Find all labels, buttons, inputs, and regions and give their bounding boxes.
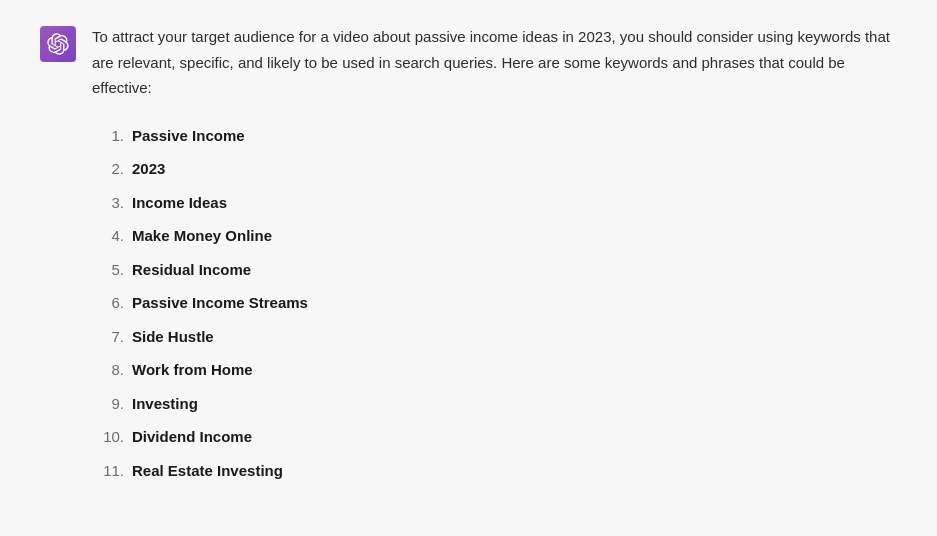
list-item: 11.Real Estate Investing — [92, 454, 897, 488]
list-item-text: 2023 — [132, 156, 165, 182]
list-item-text: Real Estate Investing — [132, 458, 283, 484]
list-item: 2.2023 — [92, 152, 897, 186]
message-block: To attract your target audience for a vi… — [0, 0, 937, 511]
list-number: 4. — [92, 223, 124, 249]
list-number: 10. — [92, 424, 124, 450]
list-number: 3. — [92, 190, 124, 216]
list-number: 5. — [92, 257, 124, 283]
keyword-list: 1.Passive Income2.20233.Income Ideas4.Ma… — [92, 119, 897, 488]
list-item-text: Residual Income — [132, 257, 251, 283]
list-item: 10.Dividend Income — [92, 420, 897, 454]
list-item-text: Income Ideas — [132, 190, 227, 216]
list-item-text: Passive Income — [132, 123, 245, 149]
list-item-text: Investing — [132, 391, 198, 417]
list-item-text: Side Hustle — [132, 324, 214, 350]
list-item: 7.Side Hustle — [92, 320, 897, 354]
list-item-text: Passive Income Streams — [132, 290, 308, 316]
list-number: 6. — [92, 290, 124, 316]
list-number: 8. — [92, 357, 124, 383]
list-number: 2. — [92, 156, 124, 182]
list-number: 9. — [92, 391, 124, 417]
list-item-text: Dividend Income — [132, 424, 252, 450]
list-number: 7. — [92, 324, 124, 350]
list-item: 9.Investing — [92, 387, 897, 421]
list-item: 4.Make Money Online — [92, 219, 897, 253]
list-item: 3.Income Ideas — [92, 186, 897, 220]
list-item: 8.Work from Home — [92, 353, 897, 387]
list-number: 1. — [92, 123, 124, 149]
openai-icon — [47, 33, 69, 55]
intro-paragraph: To attract your target audience for a vi… — [92, 24, 897, 101]
assistant-avatar — [40, 26, 76, 62]
list-item: 6.Passive Income Streams — [92, 286, 897, 320]
list-item: 1.Passive Income — [92, 119, 897, 153]
list-number: 11. — [92, 458, 124, 484]
list-item: 5.Residual Income — [92, 253, 897, 287]
list-item-text: Work from Home — [132, 357, 253, 383]
list-item-text: Make Money Online — [132, 223, 272, 249]
message-text-block: To attract your target audience for a vi… — [92, 24, 897, 487]
